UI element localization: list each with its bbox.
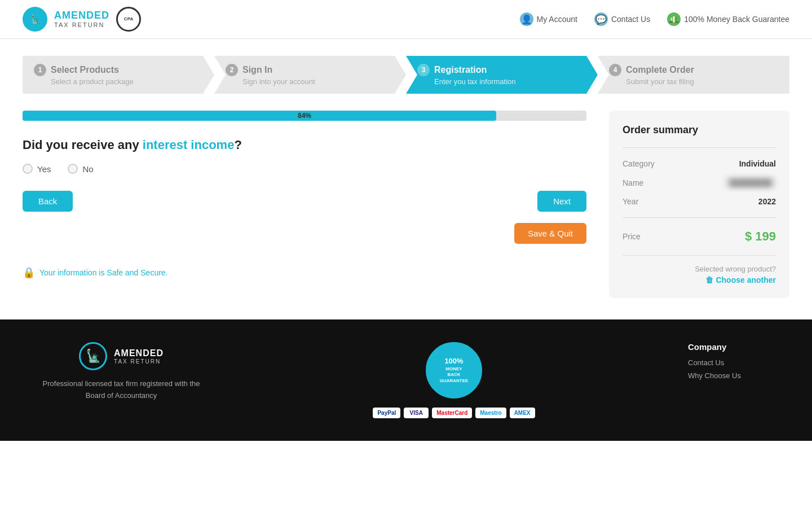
footer-contact-link[interactable]: Contact Us (688, 358, 789, 367)
footer-logo: 🗽 AMENDED TAX RETURN (79, 342, 164, 370)
money-back-pct: 100% (444, 357, 463, 366)
step-3[interactable]: 3 Registration Enter you tax information (406, 56, 598, 94)
choose-another-link[interactable]: 🗑 Choose another (705, 275, 776, 284)
money-icon: 💵 (667, 12, 681, 26)
progress-bar-container: 84% (23, 111, 586, 121)
divider-3 (623, 255, 776, 256)
radio-yes-circle (23, 164, 33, 174)
mastercard-icon: MasterCard (432, 408, 472, 418)
footer-tagline: Professional licensed tax firm registere… (43, 378, 200, 402)
year-value: 2022 (758, 197, 776, 206)
contact-icon: 💬 (594, 12, 608, 26)
security-notice: 🔒 Your information is Safe and Secure. (23, 266, 586, 279)
progress-bar-fill (23, 111, 496, 121)
save-quit-button[interactable]: Save & Quit (514, 223, 586, 244)
step-1[interactable]: 1 Select Products Select a product packa… (23, 56, 214, 94)
footer-right: Company Contact Us Why Choose Us (688, 342, 789, 384)
header: 🗽 AMENDED TAX RETURN CPA 👤 My Account 💬 … (0, 0, 812, 39)
footer-why-link[interactable]: Why Choose Us (688, 371, 789, 380)
brand-subtitle: TAX RETURN (54, 21, 109, 28)
step-3-num: 3 (417, 64, 430, 76)
guarantee-label: 100% Money Back Guarantee (684, 15, 789, 24)
button-row: Back Next (23, 191, 586, 212)
footer-logo-icon: 🗽 (79, 342, 107, 370)
logo-area: 🗽 AMENDED TAX RETURN CPA (23, 7, 141, 32)
divider-1 (623, 147, 776, 148)
statue-icon: 🗽 (23, 7, 47, 32)
step-4-subtitle: Submit your tax filing (609, 77, 778, 86)
money-back-line4: GUARANTEE (440, 378, 469, 384)
money-back-nav[interactable]: 💵 100% Money Back Guarantee (667, 12, 789, 26)
contact-us-label: Contact Us (611, 15, 650, 24)
footer-company-title: Company (688, 342, 789, 352)
order-summary: Order summary Category Individual Name █… (609, 111, 789, 298)
price-value: $ 199 (745, 229, 776, 244)
radio-no[interactable]: No (68, 164, 93, 174)
payment-icons: PayPal VISA MasterCard Maestro AMEX (373, 408, 535, 418)
name-label: Name (623, 178, 643, 187)
footer-brand-sub: TAX RETURN (114, 358, 164, 365)
question-highlight: interest income (143, 138, 235, 152)
step-4-title: Complete Order (626, 65, 694, 75)
price-symbol: $ (745, 229, 752, 243)
wrong-product-label: Selected wrong product? (623, 265, 776, 273)
order-summary-title: Order summary (623, 124, 776, 136)
radio-yes[interactable]: Yes (23, 164, 51, 174)
my-account-nav[interactable]: 👤 My Account (520, 12, 577, 26)
trash-icon: 🗑 (705, 275, 713, 284)
divider-2 (623, 217, 776, 218)
step-2-title: Sign In (242, 65, 272, 75)
summary-price-row: Price $ 199 (623, 225, 776, 248)
header-nav: 👤 My Account 💬 Contact Us 💵 100% Money B… (520, 12, 789, 26)
footer: 🗽 AMENDED TAX RETURN Professional licens… (0, 319, 812, 441)
footer-logo-text: AMENDED TAX RETURN (114, 348, 164, 365)
step-2-subtitle: Sign into your account (226, 77, 395, 86)
money-back-line2: MONEY (445, 366, 462, 372)
step-3-subtitle: Enter you tax information (417, 77, 586, 86)
brand-name: AMENDED (54, 10, 109, 21)
footer-brand: AMENDED (114, 348, 164, 358)
summary-category-row: Category Individual (623, 155, 776, 173)
summary-name-row: Name ████████ (623, 173, 776, 192)
step-1-title: Select Products (51, 65, 119, 75)
save-quit-row: Save & Quit (23, 223, 586, 244)
price-amount: 199 (755, 229, 776, 243)
footer-left: 🗽 AMENDED TAX RETURN Professional licens… (23, 342, 220, 402)
left-panel: 84% Did you receive any interest income?… (23, 111, 586, 303)
main-content: 84% Did you receive any interest income?… (0, 94, 812, 319)
name-value: ████████ (725, 177, 776, 188)
step-2[interactable]: 2 Sign In Sign into your account (214, 56, 406, 94)
cpa-badge: CPA (116, 7, 141, 32)
lock-icon: 🔒 (23, 266, 35, 279)
right-panel: Order summary Category Individual Name █… (609, 111, 789, 303)
progress-label: 84% (298, 112, 311, 120)
stepper: 1 Select Products Select a product packa… (0, 56, 812, 94)
price-label: Price (623, 232, 641, 241)
question-text: Did you receive any interest income? (23, 138, 586, 152)
next-button[interactable]: Next (537, 191, 586, 212)
money-back-badge: 100% MONEY BACK GUARANTEE (426, 342, 482, 398)
radio-yes-label: Yes (37, 164, 51, 174)
money-back-line3: BACK (447, 372, 460, 378)
contact-us-nav[interactable]: 💬 Contact Us (594, 12, 650, 26)
radio-group: Yes No (23, 164, 586, 174)
paypal-icon: PayPal (373, 408, 400, 418)
step-4[interactable]: 4 Complete Order Submit your tax filing (598, 56, 789, 94)
category-label: Category (623, 159, 655, 168)
amex-icon: AMEX (510, 408, 535, 418)
my-account-label: My Account (537, 15, 577, 24)
step-3-title: Registration (434, 65, 487, 75)
summary-year-row: Year 2022 (623, 192, 776, 211)
step-1-subtitle: Select a product package (34, 77, 203, 86)
account-icon: 👤 (520, 12, 533, 26)
logo-text: AMENDED TAX RETURN (54, 10, 109, 28)
footer-center: 100% MONEY BACK GUARANTEE PayPal VISA Ma… (242, 342, 665, 418)
radio-no-circle (68, 164, 78, 174)
back-button[interactable]: Back (23, 191, 73, 212)
maestro-icon: Maestro (475, 408, 506, 418)
category-value: Individual (739, 159, 776, 168)
step-1-num: 1 (34, 64, 46, 76)
radio-no-label: No (82, 164, 93, 174)
step-4-num: 4 (609, 64, 621, 76)
step-2-num: 2 (226, 64, 238, 76)
